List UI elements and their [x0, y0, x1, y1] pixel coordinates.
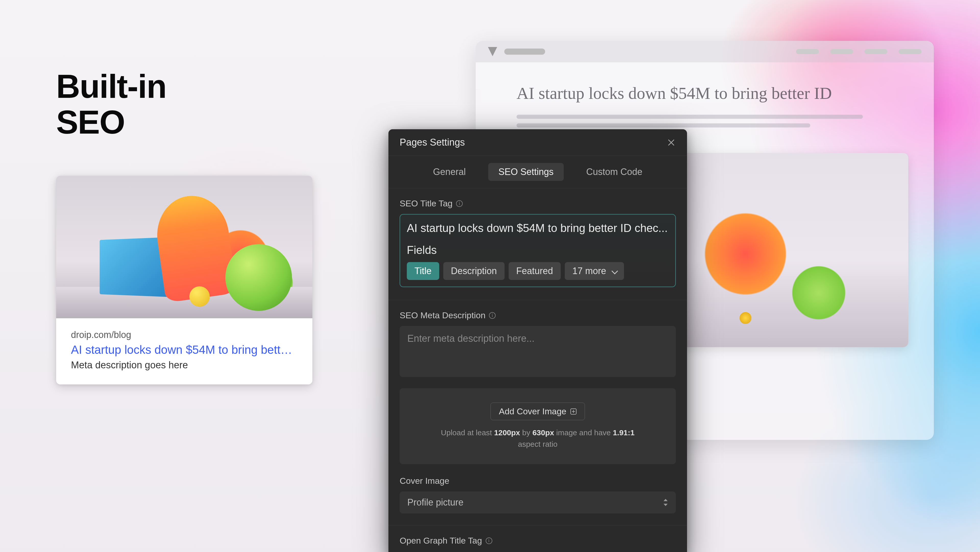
- cover-image-label: Cover Image: [400, 476, 676, 486]
- preview-image: [56, 176, 312, 318]
- info-icon[interactable]: [489, 312, 496, 319]
- chevron-down-icon: [611, 268, 618, 274]
- label-text: SEO Title Tag: [400, 198, 452, 209]
- search-preview-card: droip.com/blog AI startup locks down $54…: [56, 176, 312, 384]
- browser-topbar: [476, 41, 934, 62]
- fields-heading: Fields: [407, 244, 669, 257]
- select-value: Profile picture: [407, 497, 463, 508]
- logo-icon: [488, 47, 497, 56]
- preview-url: droip.com/blog: [71, 330, 298, 340]
- chip-description[interactable]: Description: [443, 262, 504, 280]
- skeleton-lines: [517, 115, 893, 128]
- render-illustration: [56, 176, 312, 318]
- panel-title: Pages Settings: [400, 137, 465, 148]
- seo-meta-description-label: SEO Meta Description: [400, 310, 676, 320]
- panel-header: Pages Settings: [388, 129, 687, 156]
- chip-more[interactable]: 17 more: [565, 262, 624, 280]
- chip-featured[interactable]: Featured: [509, 262, 561, 280]
- hero-line-2: SEO: [56, 104, 125, 141]
- skeleton-title: [504, 48, 545, 55]
- tab-general[interactable]: General: [423, 163, 476, 181]
- select-caret-icon: [663, 499, 668, 506]
- og-title-tag-label: Open Graph Title Tag: [400, 536, 676, 546]
- hero-title: Built-in SEO: [56, 69, 166, 140]
- preview-description: Meta description goes here: [71, 360, 298, 371]
- seo-title-tag-label: SEO Title Tag: [400, 198, 676, 209]
- tab-seo-settings[interactable]: SEO Settings: [488, 163, 564, 181]
- label-text: Open Graph Title Tag: [400, 536, 482, 546]
- label-text: Cover Image: [400, 476, 449, 486]
- close-icon[interactable]: [667, 138, 676, 147]
- button-label: Add Cover Image: [499, 407, 566, 416]
- tab-custom-code[interactable]: Custom Code: [576, 163, 652, 181]
- add-cover-image-button[interactable]: Add Cover Image: [490, 402, 585, 420]
- cover-image-select[interactable]: Profile picture: [400, 491, 676, 514]
- tabs: General SEO Settings Custom Code: [388, 156, 687, 188]
- plus-icon: [570, 408, 576, 415]
- chip-title[interactable]: Title: [407, 262, 439, 280]
- field-chips: Title Description Featured 17 more: [407, 262, 669, 280]
- panel-body: SEO Title Tag AI startup locks down $54M…: [388, 188, 687, 552]
- nav-skeleton: [796, 49, 921, 54]
- browser-hero: AI startup locks down $54M to bring bett…: [476, 62, 934, 138]
- seo-title-field[interactable]: AI startup locks down $54M to bring bett…: [400, 214, 676, 287]
- browser-headline: AI startup locks down $54M to bring bett…: [517, 82, 893, 104]
- seo-title-value[interactable]: AI startup locks down $54M to bring bett…: [407, 222, 669, 235]
- cover-image-dropzone[interactable]: Add Cover Image Upload at least 1200px b…: [400, 388, 676, 464]
- chip-more-label: 17 more: [573, 266, 606, 276]
- preview-title[interactable]: AI startup locks down $54M to bring bett…: [71, 343, 298, 357]
- info-icon[interactable]: [486, 538, 492, 544]
- pages-settings-panel: Pages Settings General SEO Settings Cust…: [388, 129, 687, 552]
- info-icon[interactable]: [456, 200, 463, 207]
- hero-line-1: Built-in: [56, 68, 166, 105]
- preview-body: droip.com/blog AI startup locks down $54…: [56, 318, 312, 384]
- cover-hint: Upload at least 1200px by 630px image an…: [407, 427, 668, 450]
- label-text: SEO Meta Description: [400, 310, 485, 320]
- meta-description-input[interactable]: [400, 326, 676, 377]
